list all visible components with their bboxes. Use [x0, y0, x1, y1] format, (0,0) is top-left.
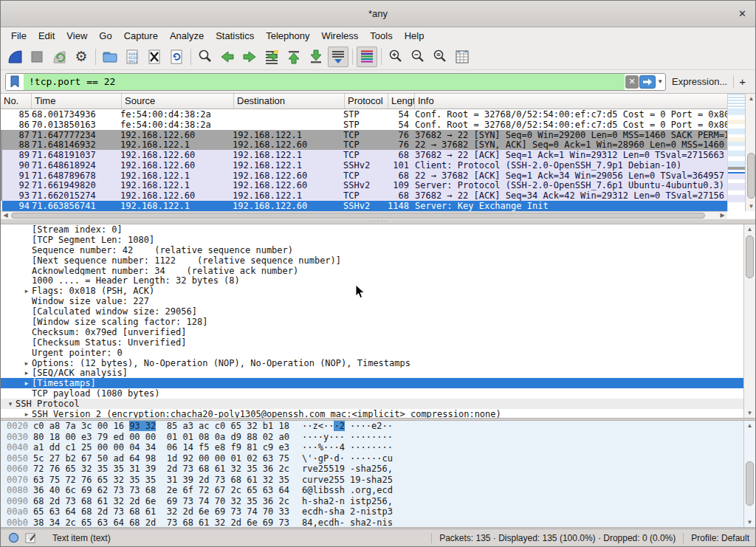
titlebar[interactable]: *any ✕ [1, 1, 755, 27]
scroll-down-icon[interactable]: ▼ [744, 408, 755, 418]
packet-row[interactable]: 8771.647777234192.168.122.60192.168.122.… [1, 130, 727, 140]
detail-line[interactable]: [Window size scaling factor: 128] [1, 317, 745, 327]
scrollbar-thumb[interactable] [746, 235, 754, 278]
column-header-no[interactable]: No. [1, 94, 32, 109]
intelligent-scrollbar[interactable] [727, 109, 745, 211]
menu-capture[interactable]: Capture [118, 29, 164, 43]
scroll-down-icon[interactable]: ▼ [744, 517, 755, 527]
column-header-destination[interactable]: Destination [234, 94, 345, 109]
scrollbar-thumb[interactable] [746, 461, 754, 506]
go-first-packet-icon[interactable] [284, 47, 304, 67]
scroll-up-icon[interactable]: ▲ [746, 94, 756, 103]
packet-row[interactable]: 9271.661949820192.168.122.1192.168.122.6… [1, 181, 727, 191]
packet-row[interactable]: 8670.013850163fe:54:00:d4:38:2aSTP54Conf… [1, 120, 727, 130]
resize-columns-icon[interactable] [452, 47, 472, 67]
scroll-up-icon[interactable]: ▲ [744, 421, 755, 430]
filter-apply-icon[interactable] [639, 75, 656, 89]
close-file-icon[interactable] [144, 47, 165, 67]
filter-bookmark-icon[interactable] [6, 74, 24, 90]
find-packet-icon[interactable] [195, 47, 216, 67]
column-header-length[interactable]: Length [388, 94, 415, 109]
packet-row[interactable]: 8871.648146932192.168.122.1192.168.122.6… [1, 140, 727, 150]
column-header-source[interactable]: Source [122, 94, 234, 109]
profile-status[interactable]: Profile: Default [691, 533, 749, 543]
menu-file[interactable]: File [5, 29, 32, 43]
packet-row[interactable]: 9171.648789678192.168.122.1192.168.122.6… [1, 171, 727, 181]
packet-list-hscrollbar[interactable]: ◀ ▶ [1, 211, 727, 219]
detail-line[interactable]: ▸[SEQ/ACK analysis] [1, 368, 745, 378]
zoom-original-icon[interactable] [430, 47, 450, 67]
scrollbar-thumb[interactable] [747, 153, 755, 199]
expander-closed-icon[interactable]: ▸ [21, 359, 32, 367]
menu-statistics[interactable]: Statistics [210, 29, 260, 43]
open-file-icon[interactable] [100, 47, 120, 67]
hex-row[interactable]: 0020c0 a8 7a 3c 00 16 93 32 85 a3 ac c0 … [1, 421, 756, 432]
detail-line[interactable]: Acknowledgment number: 34 (relative ack … [1, 266, 745, 276]
capture-options-icon[interactable]: ⚙ [71, 47, 92, 67]
restart-capture-icon[interactable] [49, 47, 69, 67]
scrollbar-thumb[interactable] [11, 213, 705, 219]
packet-row[interactable]: 9371.662015274192.168.122.60192.168.122.… [1, 190, 727, 201]
detail-line[interactable]: Sequence number: 42 (relative sequence n… [1, 245, 745, 255]
expander-closed-icon[interactable]: ▸ [21, 369, 32, 376]
expander-open-icon[interactable]: ▾ [5, 400, 16, 407]
scroll-down-icon[interactable]: ▼ [746, 202, 756, 211]
go-back-icon[interactable] [217, 47, 238, 67]
detail-line[interactable]: Window size value: 227 [1, 296, 745, 306]
menu-telephony[interactable]: Telephony [260, 29, 315, 43]
hex-row[interactable]: 00b038 34 2c 65 63 64 68 2d 73 68 61 32 … [1, 517, 756, 529]
menu-tools[interactable]: Tools [364, 29, 398, 43]
expander-closed-icon[interactable]: ▸ [21, 287, 32, 295]
packet-row[interactable]: 8568.001734936fe:54:00:d4:38:2aSTP54Conf… [1, 109, 727, 120]
filter-clear-icon[interactable]: ✕ [625, 75, 639, 89]
hex-row[interactable]: 00a065 63 64 68 2d 73 68 61 32 2d 6e 69 … [1, 506, 756, 517]
menu-wireless[interactable]: Wireless [315, 29, 364, 43]
hex-row[interactable]: 00505c 27 b2 67 50 ad 64 98 1d 92 00 00 … [1, 453, 756, 464]
expander-closed-icon[interactable]: ▸ [21, 379, 32, 387]
filter-input[interactable]: !tcp.port == 22 [24, 74, 625, 90]
menu-help[interactable]: Help [399, 29, 430, 43]
stop-capture-icon[interactable] [27, 47, 47, 67]
packet-row[interactable]: 8971.648191037192.168.122.60192.168.122.… [1, 150, 727, 160]
packet-list-vscrollbar[interactable]: ▲ ▼ [745, 94, 756, 211]
start-capture-icon[interactable] [4, 47, 25, 67]
reload-file-icon[interactable] [166, 47, 187, 67]
hex-row[interactable]: 006072 76 65 32 35 35 31 39 2d 73 68 61 … [1, 464, 756, 475]
colorize-packets-icon[interactable] [357, 47, 377, 67]
column-header-info[interactable]: Info [415, 94, 756, 109]
detail-line[interactable]: [Next sequence number: 1122 (relative se… [1, 255, 745, 266]
detail-line[interactable]: ▾SSH Protocol [1, 399, 745, 409]
menu-go[interactable]: Go [93, 29, 117, 43]
go-last-packet-icon[interactable] [306, 47, 326, 67]
expert-info-icon[interactable] [8, 532, 19, 543]
column-header-protocol[interactable]: Protocol [345, 94, 388, 109]
packet-row[interactable]: 9471.663856741192.168.122.1192.168.122.6… [1, 201, 727, 211]
detail-line[interactable]: Urgent pointer: 0 [1, 348, 745, 358]
add-filter-button[interactable]: + [733, 75, 751, 88]
menu-view[interactable]: View [61, 29, 93, 43]
detail-line[interactable]: Checksum: 0x79ed [unverified] [1, 327, 745, 337]
display-filter-field[interactable]: !tcp.port == 22 ✕ ▼ [5, 73, 666, 91]
detail-line[interactable]: [TCP Segment Len: 1080] [1, 235, 745, 245]
detail-line[interactable]: ▸SSH Version 2 (encryption:chacha20-poly… [1, 409, 745, 419]
menu-analyze[interactable]: Analyze [164, 29, 210, 43]
hex-row[interactable]: 0040a1 dd c1 25 00 00 04 34 06 14 f5 e8 … [1, 442, 756, 453]
zoom-in-icon[interactable] [385, 47, 406, 67]
detail-line[interactable]: [Stream index: 0] [1, 224, 745, 235]
details-vscrollbar[interactable]: ▲ ▼ [743, 224, 755, 418]
detail-line[interactable]: [Checksum Status: Unverified] [1, 337, 745, 348]
packet-row[interactable]: 9071.648618924192.168.122.60192.168.122.… [1, 160, 727, 171]
scroll-up-icon[interactable]: ▲ [744, 224, 755, 234]
hex-row[interactable]: 008036 40 6c 69 62 73 73 68 2e 6f 72 67 … [1, 485, 756, 496]
close-icon[interactable]: ✕ [738, 8, 746, 19]
go-forward-icon[interactable] [239, 47, 260, 67]
expander-closed-icon[interactable]: ▸ [21, 410, 32, 418]
filter-history-caret-icon[interactable]: ▼ [656, 78, 665, 85]
auto-scroll-icon[interactable] [328, 47, 348, 67]
hex-row[interactable]: 003080 18 00 e3 79 ed 00 00 01 01 08 0a … [1, 432, 756, 443]
bytes-vscrollbar[interactable]: ▲ ▼ [743, 421, 755, 527]
detail-line[interactable]: 1000 .... = Header Length: 32 bytes (8) [1, 275, 745, 286]
zoom-out-icon[interactable] [408, 47, 428, 67]
hex-row[interactable]: 009068 2d 73 68 61 32 2d 6e 69 73 74 70 … [1, 496, 756, 507]
hex-row[interactable]: 007063 75 72 76 65 32 35 35 31 39 2d 73 … [1, 475, 756, 486]
